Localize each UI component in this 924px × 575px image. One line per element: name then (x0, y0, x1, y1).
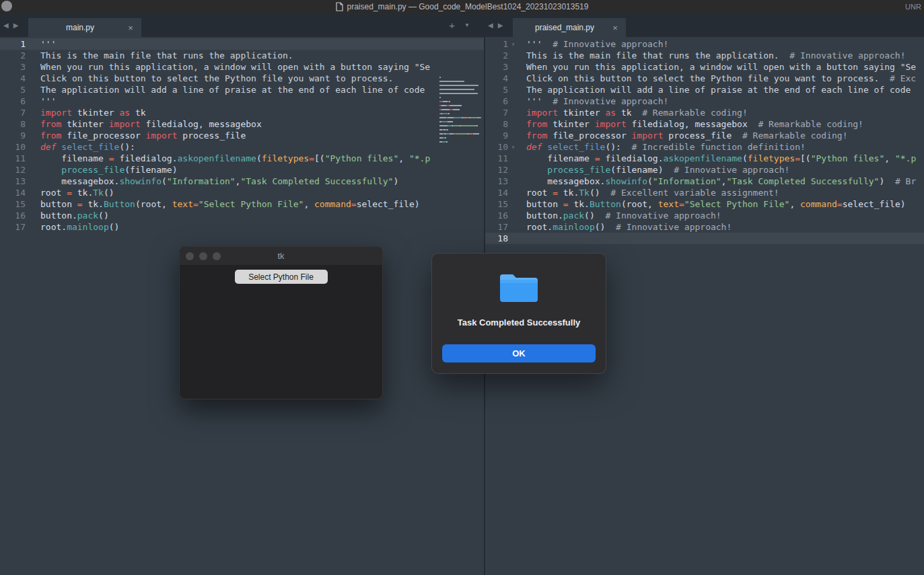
code-line[interactable]: 10▾def select_file(): # Incredible funct… (485, 141, 924, 153)
tk-window[interactable]: tk Select Python File (179, 246, 383, 399)
fold-spacer (508, 118, 518, 130)
code-line[interactable]: 12 process_file(filename) # Innovative a… (485, 164, 924, 176)
tab-label: praised_main.py (519, 23, 610, 32)
line-number: 15 (0, 198, 26, 210)
code-line[interactable]: 4Click on this button to select the Pyth… (0, 73, 485, 84)
code-line[interactable]: 11 filename = filedialog.askopenfilename… (0, 153, 485, 164)
back-arrow-icon[interactable]: ◀ (488, 22, 493, 29)
fold-spacer (508, 176, 518, 187)
line-number: 1 (485, 38, 508, 50)
code-text: from tkinter import filedialog, messageb… (26, 118, 262, 130)
code-line[interactable]: 3When you run this application, a window… (485, 61, 924, 73)
line-number: 8 (485, 118, 508, 130)
code-line[interactable]: 11 filename = filedialog.askopenfilename… (485, 153, 924, 164)
line-number: 11 (485, 153, 508, 164)
code-line[interactable]: 2This is the main file that runs the app… (485, 50, 924, 61)
code-line[interactable]: 14root = tk.Tk() # Excellent variable as… (485, 187, 924, 198)
line-number: 2 (485, 50, 508, 61)
close-button-icon[interactable] (186, 252, 194, 260)
code-line[interactable]: 6''' (0, 95, 485, 107)
code-text: from tkinter import filedialog, messageb… (518, 118, 863, 130)
code-line[interactable]: 10def select_file(): (0, 141, 485, 153)
line-number: 4 (0, 73, 26, 84)
code-text: button = tk.Button(root, text="Select Py… (26, 198, 420, 210)
code-text: When you run this application, a window … (518, 61, 916, 73)
line-number: 15 (485, 198, 508, 210)
tab-main-py[interactable]: main.py × (28, 18, 141, 37)
code-text: def select_file(): (26, 141, 135, 153)
code-line[interactable]: 6''' # Innovative approach! (485, 95, 924, 107)
forward-arrow-icon[interactable]: ▶ (498, 22, 503, 29)
back-arrow-icon[interactable]: ◀ (3, 22, 9, 29)
code-line[interactable]: 8from tkinter import filedialog, message… (485, 118, 924, 130)
code-text: from file_processor import process_file (26, 130, 246, 141)
tab-overflow-icon[interactable]: ▼ (464, 22, 470, 28)
line-number: 4 (485, 73, 508, 84)
line-number: 3 (485, 61, 508, 73)
code-text: ''' (26, 38, 56, 50)
fold-spacer (508, 153, 518, 164)
code-line[interactable]: 15button = tk.Button(root, text="Select … (485, 198, 924, 210)
code-text: process_file(filename) # Innovative appr… (518, 164, 789, 176)
code-line[interactable]: 5The application will add a line of prai… (0, 84, 485, 95)
code-text (518, 233, 526, 244)
code-line[interactable]: 4Click on this button to select the Pyth… (485, 73, 924, 84)
code-text: filename = filedialog.askopenfilename(fi… (26, 153, 430, 164)
line-number: 13 (0, 176, 26, 187)
nav-arrows: ◀ ▶ (3, 13, 18, 37)
line-number: 12 (0, 164, 26, 176)
code-line[interactable]: 9from file_processor import process_file… (485, 130, 924, 141)
code-line[interactable]: 5The application will add a line of prai… (485, 84, 924, 95)
code-text: The application will add a line of prais… (26, 84, 425, 95)
fold-spacer (508, 221, 518, 233)
code-line[interactable]: 16button.pack() (0, 210, 485, 221)
fold-arrow-icon[interactable]: ▾ (508, 141, 518, 153)
traffic-light-icon[interactable] (1, 1, 12, 11)
line-number: 10 (485, 141, 508, 153)
new-tab-icon[interactable]: + (449, 20, 455, 31)
nav-arrows: ◀ ▶ (488, 13, 503, 37)
code-line[interactable]: 2This is the main file that runs the app… (0, 50, 485, 61)
forward-arrow-icon[interactable]: ▶ (13, 22, 19, 29)
line-number: 16 (485, 210, 508, 221)
line-number: 1 (0, 38, 26, 50)
line-number: 7 (485, 107, 508, 118)
code-line[interactable]: 17root.mainloop() (0, 221, 485, 233)
window-title: praised_main.py — Good_code_ModelBest102… (347, 2, 589, 11)
info-dialog[interactable]: Task Completed Successfully OK (431, 253, 606, 374)
code-line[interactable]: 13 messagebox.showinfo("Information","Ta… (485, 176, 924, 187)
select-python-file-button[interactable]: Select Python File (235, 270, 328, 284)
window-titlebar: praised_main.py — Good_code_ModelBest102… (0, 0, 924, 13)
tab-praised-main-py[interactable]: praised_main.py × (513, 18, 626, 37)
code-line[interactable]: 1▾''' # Innovative approach! (485, 38, 924, 50)
minimize-button-icon[interactable] (199, 252, 207, 260)
minimap[interactable] (438, 75, 485, 163)
fold-arrow-icon[interactable]: ▾ (508, 38, 518, 50)
code-line[interactable]: 15button = tk.Button(root, text="Select … (0, 198, 485, 210)
tab-close-icon[interactable]: × (126, 23, 135, 33)
code-text: button = tk.Button(root, text="Select Py… (518, 198, 906, 210)
code-line[interactable]: 7import tkinter as tk # Remarkable codin… (485, 107, 924, 118)
code-line[interactable]: 14root = tk.Tk() (0, 187, 485, 198)
code-line[interactable]: 13 messagebox.showinfo("Information","Ta… (0, 176, 485, 187)
tab-close-icon[interactable]: × (610, 23, 620, 33)
minimap-line (439, 140, 485, 144)
code-text: ''' # Innovative approach! (518, 38, 668, 50)
fold-spacer (508, 130, 518, 141)
tk-window-titlebar[interactable]: tk (180, 247, 382, 265)
code-line[interactable]: 18 (485, 233, 924, 244)
tabbar-extras: + ▼ (449, 13, 470, 37)
code-line[interactable]: 1''' (0, 38, 485, 50)
code-text: button.pack() (26, 210, 109, 221)
code-line[interactable]: 12 process_file(filename) (0, 164, 485, 176)
code-line[interactable]: 16button.pack() # Innovative approach! (485, 210, 924, 221)
code-line[interactable]: 9from file_processor import process_file (0, 130, 485, 141)
zoom-button-icon[interactable] (213, 252, 221, 260)
line-number: 2 (0, 50, 26, 61)
code-line[interactable]: 7import tkinter as tk (0, 107, 485, 118)
code-line[interactable]: 17root.mainloop() # Innovative approach! (485, 221, 924, 233)
code-line[interactable]: 8from tkinter import filedialog, message… (0, 118, 485, 130)
ok-button[interactable]: OK (442, 344, 596, 362)
line-number: 6 (0, 95, 26, 107)
code-line[interactable]: 3When you run this application, a window… (0, 61, 485, 73)
